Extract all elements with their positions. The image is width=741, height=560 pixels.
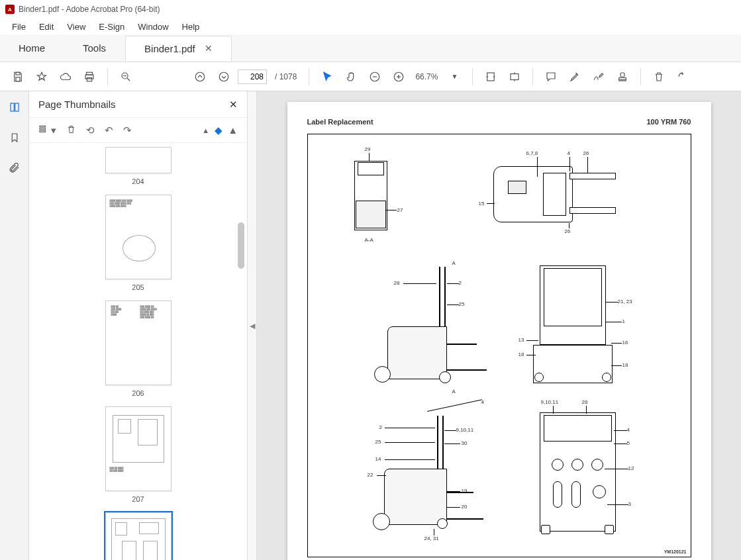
svg-rect-17: [620, 73, 624, 77]
menu-edit[interactable]: Edit: [32, 20, 60, 34]
thumbnail-204[interactable]: 204: [105, 147, 172, 185]
zoom-tool-icon[interactable]: [116, 67, 136, 87]
thumb-label: 205: [132, 283, 144, 291]
thumbnails-header: Page Thumbnails ✕: [29, 91, 247, 118]
bookmark-icon[interactable]: [5, 128, 24, 147]
separator: [640, 68, 641, 85]
zoom-dropdown-icon[interactable]: ▼: [444, 67, 464, 87]
thumb-label: 207: [132, 495, 144, 503]
page-down-icon[interactable]: [214, 67, 234, 87]
svg-rect-15: [487, 73, 495, 81]
callout: 9,10,11: [541, 399, 559, 405]
thumbnails-title: Page Thumbnails: [38, 99, 115, 110]
tab-tools-label: Tools: [83, 42, 106, 54]
menu-view[interactable]: View: [60, 20, 92, 34]
callout: 22: [368, 472, 373, 478]
svg-rect-21: [15, 103, 18, 111]
collapse-panel-icon[interactable]: ◀: [248, 91, 257, 560]
refresh-partial-icon[interactable]: [673, 67, 693, 87]
callout: 27: [397, 207, 403, 213]
trash-thumb-icon[interactable]: [66, 124, 76, 136]
document-viewport[interactable]: Label Replacement 100 YRM 760 29 27 A-A: [257, 91, 741, 560]
page-total-label: / 1078: [271, 72, 301, 81]
menu-esign[interactable]: E-Sign: [92, 20, 131, 34]
callout: 19: [462, 488, 468, 494]
pointer-icon[interactable]: [317, 67, 337, 87]
page-up-icon[interactable]: [190, 67, 210, 87]
thumb-slider-icon[interactable]: ◆: [215, 124, 222, 136]
pdf-icon: A: [5, 5, 15, 14]
callout: 25: [459, 301, 465, 307]
title-bar: A Binder1.pdf - Adobe Acrobat Pro (64-bi…: [0, 0, 741, 19]
drawing-id: YM120121: [664, 549, 687, 554]
callout: A-A: [365, 237, 373, 243]
save-icon[interactable]: [8, 67, 28, 87]
star-icon[interactable]: [32, 67, 52, 87]
separator: [532, 68, 533, 85]
print-icon[interactable]: [79, 67, 99, 87]
zoom-in-icon[interactable]: [389, 67, 409, 87]
callout: 13: [519, 337, 524, 343]
svg-rect-22: [40, 126, 46, 127]
tab-home[interactable]: Home: [0, 36, 64, 60]
close-panel-icon[interactable]: ✕: [229, 99, 238, 111]
thumb-large-icon[interactable]: ▲: [228, 124, 238, 136]
thumbnail-208[interactable]: 208: [105, 512, 172, 560]
callout: 4: [568, 150, 570, 156]
callout: 18: [519, 351, 524, 357]
callout: 16: [622, 340, 628, 346]
thumbnails-icon[interactable]: [5, 98, 24, 117]
callout: 12: [628, 465, 634, 471]
cloud-icon[interactable]: [56, 67, 75, 87]
zoom-out-icon[interactable]: [365, 67, 385, 87]
zoom-level: 66.7%: [413, 72, 440, 81]
tab-tools[interactable]: Tools: [64, 36, 125, 60]
callout: 2: [379, 424, 382, 430]
fit-page-icon[interactable]: [505, 67, 524, 87]
hand-icon[interactable]: [341, 67, 361, 87]
callout: 15: [479, 201, 485, 207]
callout: 26: [565, 228, 571, 234]
stamp-icon[interactable]: [613, 67, 632, 87]
thumbnail-205[interactable]: ████ ████ ███ ███████ ████ ████ ███████ …: [105, 195, 172, 291]
thumb-label: 206: [132, 389, 144, 397]
callout: 25: [375, 439, 381, 445]
thumbnail-206[interactable]: ███ █████ ██████ ███████ ███ ████ ██████…: [105, 301, 172, 397]
separator: [472, 68, 473, 85]
tab-bar: Home Tools Binder1.pdf ✕: [0, 34, 741, 62]
thumbnail-207[interactable]: ███ ██ ██████ ███ ████ 207: [105, 406, 172, 503]
options-icon[interactable]: ▾: [38, 124, 56, 136]
callout: 26: [583, 150, 589, 156]
comment-icon[interactable]: [541, 67, 561, 87]
thumbnails-list[interactable]: 204 ████ ████ ███ ███████ ████ ████ ████…: [29, 143, 247, 560]
callout: A: [452, 389, 456, 395]
menu-file[interactable]: File: [5, 20, 32, 34]
svg-rect-23: [40, 128, 46, 130]
close-icon[interactable]: ✕: [205, 43, 213, 54]
callout: 4: [481, 399, 484, 405]
highlight-icon[interactable]: [565, 67, 585, 87]
redo-thumb-icon[interactable]: ↷: [123, 124, 132, 136]
sign-icon[interactable]: [589, 67, 609, 87]
callout: 6,7,8: [526, 150, 538, 156]
thumbnails-scrollbar[interactable]: [236, 143, 246, 560]
thumb-small-icon[interactable]: ▲: [202, 126, 209, 134]
svg-rect-20: [11, 103, 14, 111]
rotate-thumb-icon[interactable]: ⟲: [86, 124, 95, 136]
page-header-left: Label Replacement: [307, 118, 373, 126]
tab-document-label: Binder1.pdf: [144, 43, 195, 54]
svg-rect-18: [619, 77, 626, 79]
page-number-input[interactable]: [238, 70, 267, 84]
menu-help[interactable]: Help: [175, 20, 207, 34]
attachment-icon[interactable]: [5, 159, 24, 177]
callout: 18: [622, 362, 628, 368]
callout: 30: [462, 440, 468, 446]
undo-thumb-icon[interactable]: ↶: [105, 124, 113, 136]
fit-width-icon[interactable]: [481, 67, 501, 87]
svg-point-8: [195, 72, 205, 81]
tab-document[interactable]: Binder1.pdf ✕: [125, 36, 232, 61]
separator: [309, 68, 309, 85]
trash-icon[interactable]: [649, 67, 669, 87]
callout: 20: [462, 504, 468, 510]
menu-window[interactable]: Window: [131, 20, 175, 34]
